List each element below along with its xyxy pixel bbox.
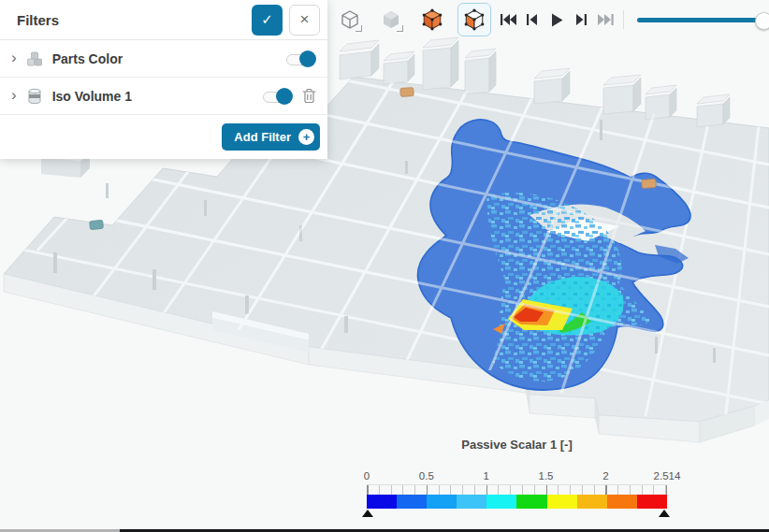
dropdown-corner-icon (397, 25, 403, 32)
legend-colorbar (367, 495, 667, 509)
step-forward-button[interactable] (571, 6, 591, 34)
legend-color-segment (577, 495, 607, 509)
panel-title: Filters (17, 12, 245, 28)
legend-color-segment (486, 495, 516, 509)
source-marker-tan-1 (400, 88, 414, 97)
toolbar-separator (623, 10, 624, 29)
legend-color-segment (637, 495, 667, 509)
slider-fill (637, 18, 762, 22)
source-marker-tan-2 (642, 179, 657, 188)
legend-color-segment (516, 495, 546, 509)
legend-tick-label: 0.5 (419, 470, 434, 482)
toggle-knob (299, 50, 316, 67)
play-icon (551, 13, 563, 27)
legend-tick-label: 1 (483, 470, 488, 482)
filters-panel-footer: Add Filter + (0, 115, 327, 159)
legend-tick-label: 1.5 (539, 470, 554, 482)
expand-chevron-icon[interactable]: › (11, 87, 17, 103)
parts-cubes-icon (25, 50, 44, 68)
filter-label: Parts Color (52, 51, 286, 66)
add-filter-button[interactable]: Add Filter + (222, 123, 320, 151)
clip-mesh-button[interactable] (457, 3, 491, 36)
iso-volume-toggle[interactable] (263, 88, 293, 105)
legend-color-segment (607, 495, 637, 509)
step-back-button[interactable] (522, 6, 543, 34)
delete-filter-button[interactable] (302, 88, 316, 104)
viewer-toolbar (329, 2, 769, 37)
legend-tick-labels: 00.511.522.514 (367, 470, 667, 484)
filters-panel-header: Filters ✓ × (0, 0, 327, 40)
legend-color-segment (457, 495, 486, 509)
color-legend: Passive Scalar 1 [-] 00.511.522.514 (367, 438, 667, 517)
skip-to-end-icon (598, 13, 614, 26)
skip-to-start-button[interactable] (498, 6, 518, 34)
iso-volume-cylinder-icon (25, 87, 44, 106)
legend-color-segment (367, 495, 397, 509)
dropdown-corner-icon (355, 25, 362, 32)
filters-panel: Filters ✓ × › Parts Color › Iso Volu (0, 0, 327, 159)
close-panel-button[interactable]: × (289, 5, 320, 36)
clipped-cube-icon (463, 8, 486, 31)
orange-cube-icon (421, 8, 443, 31)
frame-slider[interactable] (637, 6, 769, 34)
add-filter-label: Add Filter (234, 130, 291, 144)
surface-mesh-button[interactable] (416, 4, 448, 36)
legend-tick-label: 0 (364, 470, 370, 482)
wireframe-cube-button[interactable] (334, 4, 366, 36)
source-marker-teal (90, 220, 104, 229)
legend-range-handles (367, 509, 667, 517)
step-forward-icon (575, 13, 587, 26)
skip-to-start-icon (501, 13, 516, 26)
solid-cube-button[interactable] (375, 4, 407, 36)
legend-title: Passive Scalar 1 [-] (367, 438, 667, 452)
toggle-knob (276, 88, 293, 105)
expand-chevron-icon[interactable]: › (11, 50, 17, 65)
skip-to-end-button[interactable] (595, 6, 616, 34)
legend-color-segment (547, 495, 577, 509)
legend-tick-marks (367, 484, 667, 495)
step-back-icon (527, 13, 538, 26)
range-handle-min[interactable] (362, 510, 373, 517)
trash-icon (302, 88, 316, 104)
legend-color-segment (427, 495, 457, 509)
plus-icon: + (298, 129, 314, 145)
play-button[interactable] (546, 6, 567, 34)
parts-color-toggle[interactable] (286, 50, 316, 67)
legend-tick-label: 2.514 (654, 470, 681, 482)
legend-color-segment (397, 495, 427, 509)
apply-filters-button[interactable]: ✓ (252, 5, 283, 36)
filter-row-parts-color: › Parts Color (0, 40, 327, 78)
filter-label: Iso Volume 1 (52, 89, 263, 104)
slider-knob[interactable] (755, 12, 769, 30)
legend-tick-label: 2 (602, 470, 608, 482)
filter-row-iso-volume: › Iso Volume 1 (0, 78, 327, 115)
range-handle-max[interactable] (659, 510, 670, 517)
